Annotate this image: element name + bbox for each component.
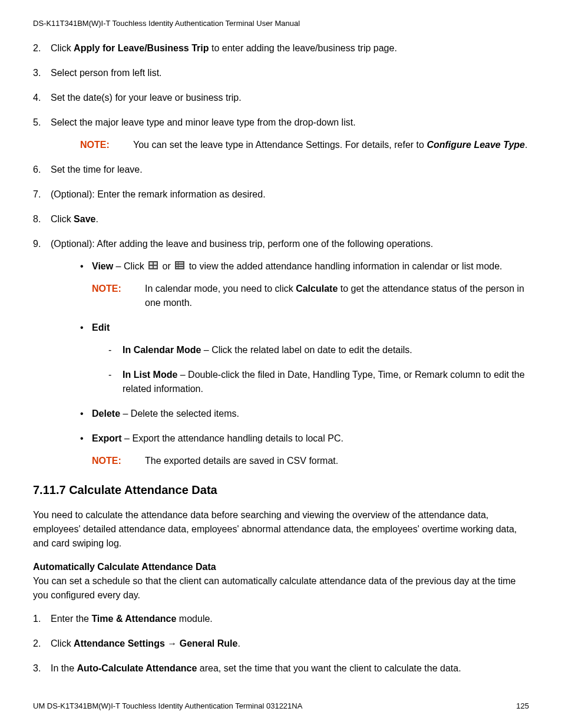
note-bold: Calculate: [296, 284, 338, 294]
step-bold: Save: [74, 214, 95, 224]
step-2: 2. Click Apply for Leave/Business Trip t…: [33, 41, 529, 55]
step-5: 5. Select the major leave type and minor…: [33, 116, 529, 152]
step-text: Set the time for leave.: [51, 164, 143, 174]
svg-rect-6: [176, 262, 178, 263]
step-text: (Optional): Enter the remark information…: [51, 189, 266, 199]
note-ref: Configure Leave Type: [427, 140, 525, 150]
svg-rect-1: [150, 262, 153, 265]
step-text: Click: [51, 43, 74, 53]
svg-rect-8: [176, 265, 178, 266]
note-content: The exported details are saved in CSV fo…: [145, 454, 529, 468]
page-header: DS-K11T341BM(W)I-T Touchless Identity Au…: [33, 18, 529, 29]
note-text: The exported details are saved in CSV fo…: [145, 456, 338, 466]
auto-step-1: 1. Enter the Time & Attendance module.: [33, 612, 529, 626]
step-number: 2.: [33, 41, 41, 55]
dash-list-mode: In List Mode – Double-click the filed in…: [108, 368, 529, 396]
note-content: In calendar mode, you need to click Calc…: [145, 282, 529, 310]
svg-rect-10: [176, 267, 178, 268]
step-8: 8. Click Save.: [33, 212, 529, 226]
note-block: NOTE: You can set the leave type in Atte…: [51, 138, 529, 152]
step-text: to enter adding the leave/business trip …: [209, 43, 397, 53]
section-intro: You need to calculate the attendance dat…: [33, 508, 529, 551]
note-text: .: [525, 140, 527, 150]
auto-calc-list: 1. Enter the Time & Attendance module. 2…: [33, 612, 529, 676]
svg-rect-7: [178, 262, 183, 263]
procedure-list: 2. Click Apply for Leave/Business Trip t…: [33, 41, 529, 469]
step-text: .: [95, 214, 98, 224]
step-number: 3.: [33, 661, 41, 676]
step-6: 6. Set the time for leave.: [33, 163, 529, 177]
step-text: Click: [51, 638, 74, 648]
page-footer: UM DS-K1T341BM(W)I-T Touchless Identity …: [33, 700, 529, 712]
step-text: module.: [176, 614, 212, 624]
step-4: 4. Set the date(s) for your leave or bus…: [33, 91, 529, 105]
step-text: Set the date(s) for your leave or busine…: [51, 93, 242, 103]
bullet-text: to view the added attendance handling in…: [186, 261, 502, 271]
step-text: Select person from left list.: [51, 68, 162, 78]
bullet-label: Edit: [92, 322, 110, 332]
step-7: 7. (Optional): Enter the remark informat…: [33, 187, 529, 202]
step-text: .: [237, 638, 240, 648]
bullet-export: Export – Export the attendance handling …: [80, 431, 529, 468]
sub-bullet-list: View – Click or to view the added attend…: [51, 259, 529, 469]
dash-text: – Click the related label on date to edi…: [201, 345, 412, 355]
dash-calendar-mode: In Calendar Mode – Click the related lab…: [108, 343, 529, 357]
bullet-label: Export: [92, 433, 122, 443]
step-number: 9.: [33, 237, 41, 251]
note-label: NOTE:: [80, 138, 133, 152]
note-text: You can set the leave type in Attendance…: [133, 140, 427, 150]
bullet-label: Delete: [92, 409, 120, 419]
bullet-text: or: [160, 261, 173, 271]
note-label: NOTE:: [92, 282, 145, 310]
step-number: 3.: [33, 66, 41, 80]
svg-rect-3: [150, 266, 153, 268]
note-block: NOTE: In calendar mode, you need to clic…: [92, 282, 529, 310]
auto-step-2: 2. Click Attendance Settings → General R…: [33, 637, 529, 651]
step-number: 2.: [33, 637, 41, 651]
svg-rect-11: [178, 267, 183, 268]
page-number: 125: [516, 700, 529, 712]
bullet-text: – Export the attendance handling details…: [122, 433, 343, 443]
auto-step-3: 3. In the Auto-Calculate Attendance area…: [33, 661, 529, 676]
calendar-view-icon: [148, 259, 158, 274]
step-number: 8.: [33, 212, 41, 226]
step-bold: Time & Attendance: [91, 614, 176, 624]
step-bold: Attendance Settings → General Rule: [74, 638, 237, 648]
svg-rect-4: [154, 266, 157, 268]
section-heading: 7.11.7 Calculate Attendance Data: [33, 481, 529, 499]
step-number: 4.: [33, 91, 41, 105]
note-label: NOTE:: [92, 454, 145, 468]
step-number: 1.: [33, 612, 41, 626]
step-number: 7.: [33, 187, 41, 202]
svg-rect-9: [178, 265, 183, 266]
bullet-text: – Click: [113, 261, 147, 271]
bullet-view: View – Click or to view the added attend…: [80, 259, 529, 311]
sub-text: You can set a schedule so that the clien…: [33, 574, 529, 602]
svg-rect-2: [154, 262, 157, 265]
dash-text: – Double-click the filed in Date, Handli…: [123, 370, 525, 394]
note-block: NOTE: The exported details are saved in …: [92, 454, 529, 468]
step-text: In the: [51, 663, 77, 673]
sub-heading: Automatically Calculate Attendance Data: [33, 560, 529, 574]
note-content: You can set the leave type in Attendance…: [133, 138, 529, 152]
step-number: 6.: [33, 163, 41, 177]
step-bold: Apply for Leave/Business Trip: [74, 43, 209, 53]
step-text: Click: [51, 214, 74, 224]
dash-bold: In List Mode: [123, 370, 177, 380]
step-text: (Optional): After adding the leave and b…: [51, 239, 433, 249]
bullet-delete: Delete – Delete the selected items.: [80, 407, 529, 421]
step-number: 5.: [33, 116, 41, 130]
dash-list: In Calendar Mode – Click the related lab…: [92, 343, 529, 396]
step-3: 3. Select person from left list.: [33, 66, 529, 80]
dash-bold: In Calendar Mode: [123, 345, 201, 355]
step-text: Select the major leave type and minor le…: [51, 117, 356, 127]
list-view-icon: [175, 259, 184, 274]
bullet-edit: Edit In Calendar Mode – Click the relate…: [80, 321, 529, 396]
note-text: In calendar mode, you need to click: [145, 284, 296, 294]
step-9: 9. (Optional): After adding the leave an…: [33, 237, 529, 469]
step-bold: Auto-Calculate Attendance: [77, 663, 197, 673]
bullet-text: – Delete the selected items.: [120, 409, 239, 419]
footer-left: UM DS-K1T341BM(W)I-T Touchless Identity …: [33, 700, 302, 712]
step-text: Enter the: [51, 614, 91, 624]
bullet-label: View: [92, 261, 113, 271]
